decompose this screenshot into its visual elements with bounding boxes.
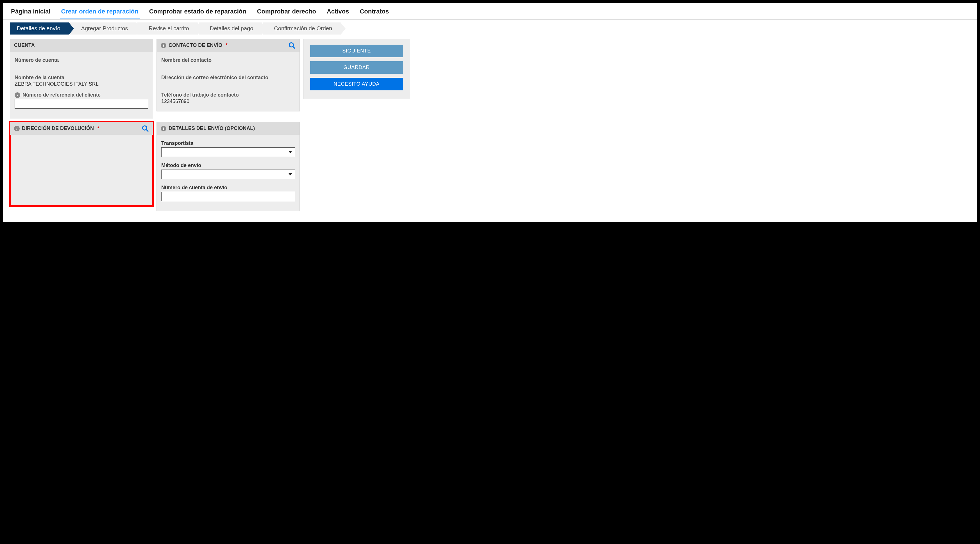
account-number-label: Número de cuenta [14, 57, 148, 63]
contact-name-value [161, 64, 295, 70]
info-icon: i [161, 126, 166, 132]
return-address-panel: i DIRECCIÓN DE DEVOLUCIÓN * [10, 122, 153, 206]
step-order-confirmation[interactable]: Confirmación de Orden [263, 22, 340, 35]
step-review-cart[interactable]: Revise el carrito [137, 22, 197, 35]
search-icon[interactable] [288, 42, 296, 51]
nav-check-entitlement[interactable]: Comprobar derecho [256, 6, 317, 19]
contact-phone-value: 1234567890 [161, 98, 295, 105]
required-asterisk: * [97, 125, 99, 132]
app-frame: Página inicial Crear orden de reparación… [3, 3, 977, 222]
contact-email-value [161, 81, 295, 87]
top-nav: Página inicial Crear orden de reparación… [3, 3, 977, 20]
account-panel-body: Número de cuenta Nombre de la cuenta ZEB… [10, 52, 153, 118]
return-address-header: i DIRECCIÓN DE DEVOLUCIÓN * [10, 122, 153, 135]
account-name-value: ZEBRA TECHNOLOGIES ITALY SRL [14, 81, 148, 87]
info-icon: i [14, 126, 20, 132]
ship-method-label: Método de envío [161, 163, 295, 168]
carrier-label: Transportista [161, 140, 295, 146]
nav-home[interactable]: Página inicial [10, 6, 52, 19]
required-asterisk: * [226, 42, 228, 48]
contact-name-label: Nombre del contacto [161, 57, 295, 63]
customer-ref-label: Número de referencia del cliente [22, 92, 100, 98]
account-title: CUENTA [14, 42, 35, 48]
save-button[interactable]: GUARDAR [310, 61, 403, 74]
customer-ref-input[interactable] [14, 99, 148, 109]
ship-account-label: Número de cuenta de envío [161, 185, 295, 190]
svg-point-0 [289, 43, 293, 47]
step-payment-details[interactable]: Detalles del pago [199, 22, 262, 35]
contact-email-label: Dirección de correo electrónico del cont… [161, 75, 295, 81]
account-panel-header: CUENTA [10, 39, 153, 52]
svg-line-3 [146, 129, 148, 132]
info-icon: i [14, 92, 20, 98]
need-help-button[interactable]: NECESITO AYUDA [310, 78, 403, 90]
ship-account-input[interactable] [161, 192, 295, 201]
search-icon[interactable] [142, 125, 149, 133]
svg-point-2 [142, 126, 147, 130]
return-address-title: DIRECCIÓN DE DEVOLUCIÓN [22, 125, 94, 132]
main-grid: CUENTA Número de cuenta Nombre de la cue… [3, 39, 977, 218]
account-number-value [14, 64, 148, 70]
carrier-select-wrap [161, 146, 295, 161]
actions-panel: SIGUIENTE GUARDAR NECESITO AYUDA [303, 39, 410, 99]
ship-method-select[interactable] [161, 170, 295, 179]
account-panel: CUENTA Número de cuenta Nombre de la cue… [10, 39, 153, 119]
account-name-label: Nombre de la cuenta [14, 75, 148, 81]
info-icon: i [161, 43, 166, 48]
shipment-details-header: i DETALLES DEL ENVÍO (OPCIONAL) [157, 122, 299, 135]
svg-line-1 [293, 46, 295, 49]
nav-contracts[interactable]: Contratos [358, 6, 390, 19]
nav-assets[interactable]: Activos [326, 6, 350, 19]
wizard-steps: Detalles de envío Agregar Productos Revi… [10, 22, 970, 35]
shipment-details-panel: i DETALLES DEL ENVÍO (OPCIONAL) Transpor… [156, 122, 300, 211]
contact-title: CONTACTO DE ENVÍO [169, 42, 222, 48]
ship-method-select-wrap [161, 168, 295, 183]
shipment-details-body: Transportista Método de envío Número de … [157, 135, 299, 211]
nav-check-repair-status[interactable]: Comprobar estado de reparación [148, 6, 248, 19]
customer-ref-label-row: i Número de referencia del cliente [14, 92, 148, 98]
nav-create-repair-order[interactable]: Crear orden de reparación [60, 6, 140, 19]
return-address-body [10, 135, 153, 199]
next-button[interactable]: SIGUIENTE [310, 44, 403, 57]
contact-panel: i CONTACTO DE ENVÍO * Nombre del contact… [156, 39, 300, 111]
contact-phone-label: Teléfono del trabajo de contacto [161, 92, 295, 98]
contact-panel-header: i CONTACTO DE ENVÍO * [157, 39, 299, 52]
contact-panel-body: Nombre del contacto Dirección de correo … [157, 52, 299, 111]
shipment-details-title: DETALLES DEL ENVÍO (OPCIONAL) [169, 125, 255, 132]
carrier-select[interactable] [161, 147, 295, 157]
step-add-products[interactable]: Agregar Productos [70, 22, 137, 35]
step-shipment-details[interactable]: Detalles de envío [10, 22, 69, 35]
